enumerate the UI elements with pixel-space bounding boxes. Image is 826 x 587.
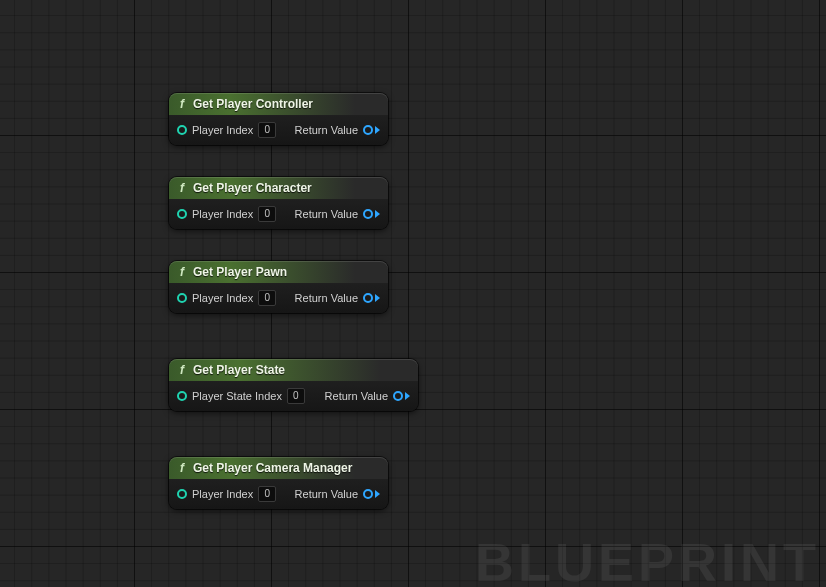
input-pin-value[interactable]: 0 (258, 486, 276, 502)
function-icon: f (177, 181, 187, 195)
input-pin-player-state-index[interactable]: Player State Index 0 (177, 381, 305, 411)
pin-socket-icon (363, 293, 373, 303)
output-pin-label: Return Value (295, 292, 358, 304)
pin-socket-icon (177, 209, 187, 219)
node-title: Get Player Character (193, 181, 312, 195)
output-pin-label: Return Value (295, 208, 358, 220)
function-icon: f (177, 363, 187, 377)
pin-socket-icon (363, 209, 373, 219)
input-pin-player-index[interactable]: Player Index 0 (177, 199, 276, 229)
output-pin-return-value[interactable]: Return Value (290, 283, 380, 313)
function-icon: f (177, 461, 187, 475)
input-pin-value[interactable]: 0 (287, 388, 305, 404)
node-get-player-controller[interactable]: f Get Player Controller Player Index 0 R… (169, 93, 388, 145)
pin-socket-icon (177, 391, 187, 401)
output-pin-label: Return Value (295, 124, 358, 136)
pin-socket-icon (363, 125, 373, 135)
output-pin-label: Return Value (325, 390, 388, 402)
node-get-player-pawn[interactable]: f Get Player Pawn Player Index 0 Return … (169, 261, 388, 313)
node-title: Get Player Camera Manager (193, 461, 352, 475)
output-pin-return-value[interactable]: Return Value (290, 115, 380, 145)
node-header[interactable]: f Get Player State (169, 359, 418, 381)
pin-arrow-icon (375, 490, 380, 498)
input-pin-label: Player Index (192, 488, 253, 500)
blueprint-watermark: BLUEPRINT (475, 531, 820, 587)
pin-socket-icon (177, 293, 187, 303)
function-icon: f (177, 265, 187, 279)
node-body: Player State Index 0 Return Value (169, 381, 418, 411)
node-body: Player Index 0 Return Value (169, 479, 388, 509)
input-pin-value[interactable]: 0 (258, 290, 276, 306)
pin-arrow-icon (405, 392, 410, 400)
input-pin-label: Player State Index (192, 390, 282, 402)
output-pin-label: Return Value (295, 488, 358, 500)
pin-socket-icon (177, 489, 187, 499)
node-get-player-character[interactable]: f Get Player Character Player Index 0 Re… (169, 177, 388, 229)
node-body: Player Index 0 Return Value (169, 283, 388, 313)
input-pin-label: Player Index (192, 292, 253, 304)
pin-socket-icon (363, 489, 373, 499)
node-title: Get Player Pawn (193, 265, 287, 279)
output-pin-return-value[interactable]: Return Value (320, 381, 410, 411)
function-icon: f (177, 97, 187, 111)
node-header[interactable]: f Get Player Pawn (169, 261, 388, 283)
node-title: Get Player Controller (193, 97, 313, 111)
node-title: Get Player State (193, 363, 285, 377)
pin-socket-icon (393, 391, 403, 401)
output-pin-return-value[interactable]: Return Value (290, 199, 380, 229)
input-pin-value[interactable]: 0 (258, 206, 276, 222)
node-body: Player Index 0 Return Value (169, 199, 388, 229)
pin-socket-icon (177, 125, 187, 135)
input-pin-player-index[interactable]: Player Index 0 (177, 283, 276, 313)
input-pin-label: Player Index (192, 208, 253, 220)
input-pin-value[interactable]: 0 (258, 122, 276, 138)
node-header[interactable]: f Get Player Controller (169, 93, 388, 115)
node-header[interactable]: f Get Player Character (169, 177, 388, 199)
pin-arrow-icon (375, 210, 380, 218)
blueprint-canvas[interactable]: f Get Player Controller Player Index 0 R… (0, 0, 826, 587)
node-get-player-camera-manager[interactable]: f Get Player Camera Manager Player Index… (169, 457, 388, 509)
output-pin-return-value[interactable]: Return Value (290, 479, 380, 509)
node-header[interactable]: f Get Player Camera Manager (169, 457, 388, 479)
pin-arrow-icon (375, 294, 380, 302)
node-get-player-state[interactable]: f Get Player State Player State Index 0 … (169, 359, 418, 411)
input-pin-label: Player Index (192, 124, 253, 136)
node-body: Player Index 0 Return Value (169, 115, 388, 145)
input-pin-player-index[interactable]: Player Index 0 (177, 479, 276, 509)
input-pin-player-index[interactable]: Player Index 0 (177, 115, 276, 145)
pin-arrow-icon (375, 126, 380, 134)
